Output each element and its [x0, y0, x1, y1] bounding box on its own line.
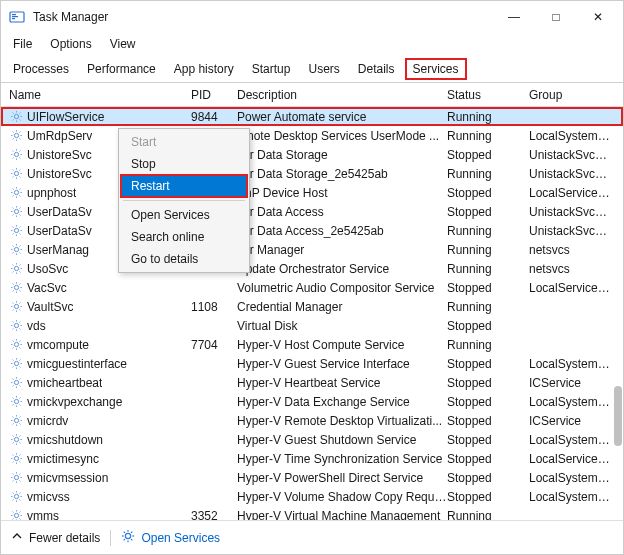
svg-line-30 — [12, 158, 13, 159]
table-row[interactable]: UIFlowService9844Power Automate serviceR… — [1, 107, 623, 126]
services-grid[interactable]: UIFlowService9844Power Automate serviceR… — [1, 107, 623, 520]
svg-line-45 — [12, 189, 13, 190]
gear-icon — [9, 300, 23, 314]
service-description: Volumetric Audio Compositor Service — [237, 281, 447, 295]
svg-line-37 — [19, 177, 20, 178]
open-services-link[interactable]: Open Services — [121, 529, 220, 546]
svg-line-135 — [12, 379, 13, 380]
tab-services[interactable]: Services — [405, 58, 467, 80]
service-status: Running — [447, 110, 529, 124]
tab-performance[interactable]: Performance — [79, 58, 164, 80]
service-group: LocalSystemNe... — [529, 357, 615, 371]
service-status: Running — [447, 224, 529, 238]
service-description: Virtual Disk — [237, 319, 447, 333]
service-name: vmicshutdown — [27, 433, 103, 447]
svg-line-10 — [19, 120, 20, 121]
service-description: ser Data Storage_2e5425ab — [237, 167, 447, 181]
svg-line-163 — [19, 443, 20, 444]
col-status[interactable]: Status — [447, 88, 529, 102]
service-description: Hyper-V Guest Service Interface — [237, 357, 447, 371]
table-row[interactable]: vdsVirtual DiskStopped — [1, 316, 623, 335]
scroll-thumb[interactable] — [614, 386, 622, 446]
table-row[interactable]: vmcompute7704Hyper-V Host Compute Servic… — [1, 335, 623, 354]
svg-line-27 — [12, 151, 13, 152]
context-menu-item-stop[interactable]: Stop — [121, 153, 247, 175]
gear-icon — [9, 471, 23, 485]
tab-processes[interactable]: Processes — [5, 58, 77, 80]
menu-view[interactable]: View — [102, 35, 144, 53]
table-row[interactable]: VacSvcVolumetric Audio Compositor Servic… — [1, 278, 623, 297]
col-group[interactable]: Group — [529, 88, 615, 102]
table-row[interactable]: vmicrdvHyper-V Remote Desktop Virtualiza… — [1, 411, 623, 430]
table-row[interactable]: UnistoreSvcser Data StorageStoppedUnista… — [1, 145, 623, 164]
task-manager-window: Task Manager — □ ✕ File Options View Pro… — [0, 0, 624, 555]
table-row[interactable]: UmRdpServemote Desktop Services UserMode… — [1, 126, 623, 145]
table-row[interactable]: vmicvmsessionHyper-V PowerShell Direct S… — [1, 468, 623, 487]
table-row[interactable]: UnistoreSvcser Data Storage_2e5425abRunn… — [1, 164, 623, 183]
svg-point-58 — [14, 228, 18, 232]
svg-point-148 — [14, 418, 18, 422]
minimize-button[interactable]: — — [493, 2, 535, 32]
col-name[interactable]: Name — [9, 88, 191, 102]
context-menu-item-restart[interactable]: Restart — [121, 175, 247, 197]
svg-point-67 — [14, 247, 18, 251]
service-name: UIFlowService — [27, 110, 104, 124]
table-row[interactable]: upnphostPnP Device HostStoppedLocalServi… — [1, 183, 623, 202]
tab-app-history[interactable]: App history — [166, 58, 242, 80]
svg-line-39 — [12, 177, 13, 178]
svg-point-85 — [14, 285, 18, 289]
service-status: Stopped — [447, 490, 529, 504]
svg-rect-3 — [12, 18, 15, 19]
tab-users[interactable]: Users — [300, 58, 347, 80]
table-row[interactable]: vmicguestinterfaceHyper-V Guest Service … — [1, 354, 623, 373]
table-row[interactable]: UsoSvc12696Update Orchestrator ServiceRu… — [1, 259, 623, 278]
svg-line-147 — [12, 405, 13, 406]
tabbar: Processes Performance App history Startu… — [1, 55, 623, 83]
svg-line-136 — [19, 386, 20, 387]
tab-details[interactable]: Details — [350, 58, 403, 80]
table-row[interactable]: vmms3352Hyper-V Virtual Machine Manageme… — [1, 506, 623, 520]
gear-icon — [9, 395, 23, 409]
service-status: Running — [447, 300, 529, 314]
service-name: UmRdpServ — [27, 129, 92, 143]
gear-icon — [9, 129, 23, 143]
context-menu[interactable]: StartStopRestartOpen ServicesSearch onli… — [118, 128, 250, 273]
col-description[interactable]: Description — [237, 88, 447, 102]
table-row[interactable]: vmicvssHyper-V Volume Shadow Copy Reque.… — [1, 487, 623, 506]
col-pid[interactable]: PID — [191, 88, 237, 102]
titlebar[interactable]: Task Manager — □ ✕ — [1, 1, 623, 33]
table-row[interactable]: UserDataSvser Data AccessStoppedUnistack… — [1, 202, 623, 221]
service-status: Stopped — [447, 148, 529, 162]
service-status: Stopped — [447, 376, 529, 390]
maximize-button[interactable]: □ — [535, 2, 577, 32]
table-row[interactable]: UserManagser ManagerRunningnetsvcs — [1, 240, 623, 259]
svg-line-28 — [19, 158, 20, 159]
table-row[interactable]: vmicheartbeatHyper-V Heartbeat ServiceSt… — [1, 373, 623, 392]
svg-line-82 — [19, 272, 20, 273]
fewer-details-button[interactable]: Fewer details — [11, 530, 100, 545]
service-group: LocalSystemNe... — [529, 433, 615, 447]
menu-file[interactable]: File — [5, 35, 40, 53]
svg-point-13 — [14, 133, 18, 137]
tab-startup[interactable]: Startup — [244, 58, 299, 80]
service-name: vmicvss — [27, 490, 70, 504]
svg-line-91 — [19, 291, 20, 292]
context-menu-item-search-online[interactable]: Search online — [121, 226, 247, 248]
service-pid: 1108 — [191, 300, 237, 314]
gear-icon — [9, 490, 23, 504]
service-description: Update Orchestrator Service — [237, 262, 447, 276]
column-headers[interactable]: Name PID Description Status Group — [1, 83, 623, 107]
svg-line-156 — [12, 424, 13, 425]
table-row[interactable]: vmictimesyncHyper-V Time Synchronization… — [1, 449, 623, 468]
context-menu-item-go-to-details[interactable]: Go to details — [121, 248, 247, 270]
close-button[interactable]: ✕ — [577, 2, 619, 32]
table-row[interactable]: VaultSvc1108Credential ManagerRunning — [1, 297, 623, 316]
vertical-scrollbar[interactable] — [610, 106, 622, 517]
gear-icon — [9, 281, 23, 295]
table-row[interactable]: vmickvpexchangeHyper-V Data Exchange Ser… — [1, 392, 623, 411]
table-row[interactable]: UserDataSvser Data Access_2e5425abRunnin… — [1, 221, 623, 240]
menu-options[interactable]: Options — [42, 35, 99, 53]
svg-line-64 — [19, 234, 20, 235]
context-menu-item-open-services[interactable]: Open Services — [121, 204, 247, 226]
table-row[interactable]: vmicshutdownHyper-V Guest Shutdown Servi… — [1, 430, 623, 449]
